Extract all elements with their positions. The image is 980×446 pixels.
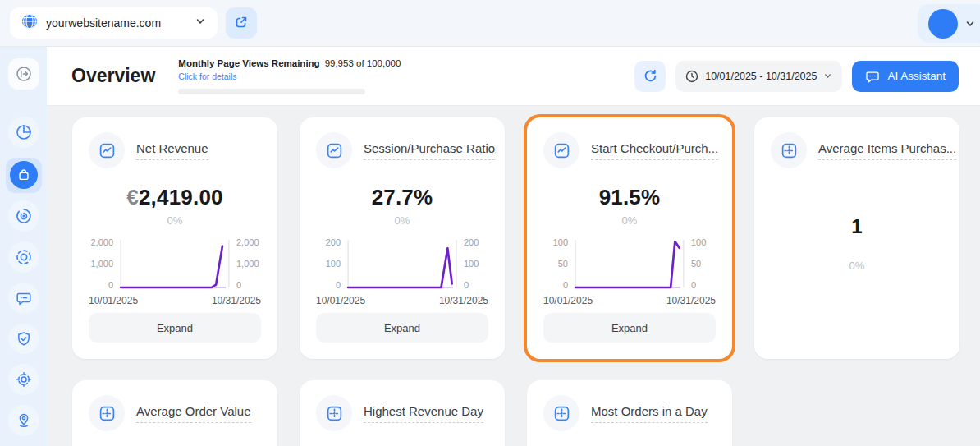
card-delta: 0% (89, 214, 261, 227)
expand-button[interactable]: Expand (316, 313, 488, 343)
chevron-down-icon (964, 18, 976, 30)
card-title[interactable]: Net Revenue (136, 141, 208, 160)
card-value: €2,419.00 (89, 185, 261, 210)
card-title[interactable]: Average Items Purchas... (818, 141, 956, 160)
kpi-card-average-items-purchased: Average Items Purchas... 1 0% (754, 117, 959, 359)
mini-chart: 2001000 2001000 (316, 237, 488, 292)
sidebar-item-recordings[interactable] (8, 241, 39, 273)
gauge-icon (16, 208, 32, 224)
quota-progress-bar (178, 89, 365, 94)
sidebar-toggle[interactable] (8, 58, 39, 90)
ai-chat-icon (865, 69, 880, 84)
page-header: Overview Monthly Page Views Remaining 99… (47, 47, 980, 106)
chat-bubble-icon (16, 290, 32, 306)
sidebar-item-geolocation[interactable] (8, 405, 39, 436)
quota-label: Monthly Page Views Remaining (178, 58, 319, 68)
chevron-down-icon (195, 16, 206, 30)
card-value: 1 (771, 215, 943, 238)
location-pin-icon (16, 412, 32, 429)
sidebar-item-feedback[interactable] (8, 283, 39, 314)
chart-date-range: 10/01/202510/31/2025 (543, 295, 716, 306)
main-area: Overview Monthly Page Views Remaining 99… (47, 47, 980, 446)
sidebar-item-security[interactable] (8, 324, 39, 355)
card-delta: 0% (543, 214, 716, 227)
chart-date-range: 10/01/202510/31/2025 (316, 295, 488, 306)
grid-table-icon (98, 405, 116, 422)
page-title: Overview (71, 65, 155, 87)
mini-chart: 100500 100500 (543, 237, 716, 292)
site-name: yourwebsitename.com (46, 16, 195, 30)
kpi-card-start-checkout-purchase: Start Checkout/Purch... 91.5% 0% 100500 … (527, 117, 732, 359)
kpi-card-session-purchase-ratio: Session/Purchase Ratio 27.7% 0% 2001000 … (300, 117, 505, 359)
line-chart-icon (553, 142, 570, 159)
mini-chart: 2,0001,0000 2,0001,0000 (89, 237, 261, 292)
kpi-card-net-revenue: Net Revenue €2,419.00 0% 2,0001,0000 2,0… (72, 117, 277, 359)
avatar (928, 9, 958, 39)
card-title[interactable]: Session/Purchase Ratio (364, 141, 495, 160)
refresh-icon (643, 68, 658, 84)
gear-icon (16, 371, 32, 388)
line-chart-icon (326, 142, 343, 159)
kpi-card-most-orders-in-a-day: Most Orders in a Day (527, 380, 732, 446)
grid-table-icon (326, 405, 343, 422)
chevron-down-icon (823, 71, 832, 80)
lens-focus-icon (16, 249, 32, 265)
quota-value: 99,953 of 100,000 (325, 58, 401, 68)
site-selector[interactable]: yourwebsitename.com (10, 7, 218, 39)
card-value: 27.7% (316, 185, 488, 210)
shopping-bag-icon (16, 168, 31, 182)
sidebar-item-dashboard[interactable] (8, 117, 39, 148)
date-range-text: 10/01/2025 - 10/31/2025 (705, 71, 817, 82)
card-title[interactable]: Average Order Value (136, 404, 251, 423)
expand-button[interactable]: Expand (89, 313, 261, 343)
sidebar-item-ecommerce[interactable] (6, 158, 42, 194)
quota-details-link[interactable]: Click for details (178, 71, 236, 81)
ai-assistant-button[interactable]: AI Assistant (852, 61, 959, 92)
quota-progress-fill (178, 89, 365, 94)
pageviews-quota: Monthly Page Views Remaining 99,953 of 1… (178, 58, 401, 94)
chart-date-range: 10/01/202510/31/2025 (89, 295, 261, 306)
card-delta: 0% (316, 214, 488, 227)
card-title[interactable]: Start Checkout/Purch... (591, 141, 718, 160)
kpi-card-average-order-value: Average Order Value (72, 380, 277, 446)
date-range-picker[interactable]: 10/01/2025 - 10/31/2025 (675, 61, 842, 92)
clock-icon (685, 70, 698, 83)
globe-icon (21, 13, 38, 33)
ai-assistant-label: AI Assistant (887, 70, 946, 82)
sidebar-toggle-icon (16, 66, 32, 82)
sidebar (0, 47, 47, 446)
refresh-button[interactable] (634, 61, 666, 92)
sidebar-item-speed[interactable] (8, 200, 39, 232)
grid-table-icon (553, 405, 570, 422)
open-site-button[interactable] (226, 7, 257, 39)
card-title[interactable]: Highest Revenue Day (364, 404, 483, 423)
pie-chart-icon (16, 124, 32, 140)
top-bar: yourwebsitename.com (0, 0, 980, 47)
external-link-icon (234, 15, 249, 32)
card-value: 91.5% (543, 185, 716, 210)
shield-check-icon (16, 331, 32, 347)
line-chart-icon (98, 142, 116, 159)
sidebar-item-settings[interactable] (8, 364, 39, 395)
user-menu[interactable] (918, 4, 980, 43)
card-delta: 0% (771, 260, 943, 272)
grid-table-icon (781, 142, 798, 159)
content-area: Net Revenue €2,419.00 0% 2,0001,0000 2,0… (47, 106, 980, 446)
kpi-card-highest-revenue-day: Highest Revenue Day (300, 380, 505, 446)
card-title[interactable]: Most Orders in a Day (591, 404, 708, 423)
expand-button[interactable]: Expand (543, 313, 716, 343)
